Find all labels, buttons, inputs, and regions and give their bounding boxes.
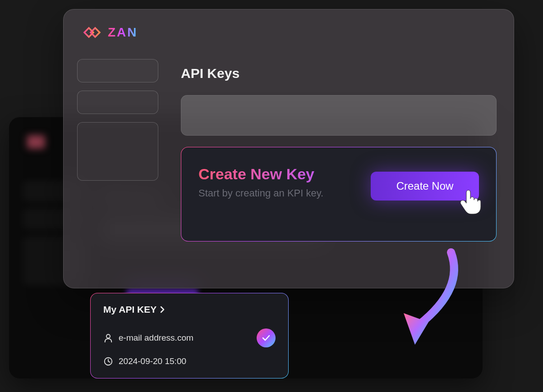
api-key-title-link[interactable]: My API KEY <box>103 304 276 315</box>
api-key-email: e-mail address.com <box>119 333 193 343</box>
api-key-timestamp: 2024-09-20 15:00 <box>119 356 186 366</box>
brand-logo: ZAN <box>82 25 138 40</box>
api-key-title-text: My API KEY <box>103 304 156 315</box>
create-key-card: Create New Key Start by creating an KPI … <box>181 147 497 242</box>
page-title: API Keys <box>181 66 239 81</box>
verified-badge <box>257 328 276 347</box>
api-key-email-row: e-mail address.com <box>103 328 276 347</box>
user-icon <box>103 333 113 343</box>
content-placeholder-bar <box>181 95 497 136</box>
brand-name: ZAN <box>108 25 138 40</box>
svg-point-0 <box>106 334 110 338</box>
sidebar-item[interactable] <box>77 122 158 181</box>
api-key-timestamp-row: 2024-09-20 15:00 <box>103 356 276 366</box>
flow-arrow-icon <box>361 243 478 360</box>
chevron-right-icon <box>160 306 165 313</box>
cursor-hand-icon <box>457 188 483 216</box>
sidebar-item[interactable] <box>77 91 158 114</box>
sidebar-item[interactable] <box>77 59 158 82</box>
brand-logo-icon <box>82 25 102 40</box>
api-key-result-card: My API KEY e-mail address.com 2024-09-20… <box>90 293 289 378</box>
sidebar <box>77 59 158 189</box>
clock-icon <box>103 356 113 366</box>
check-icon <box>262 335 270 341</box>
